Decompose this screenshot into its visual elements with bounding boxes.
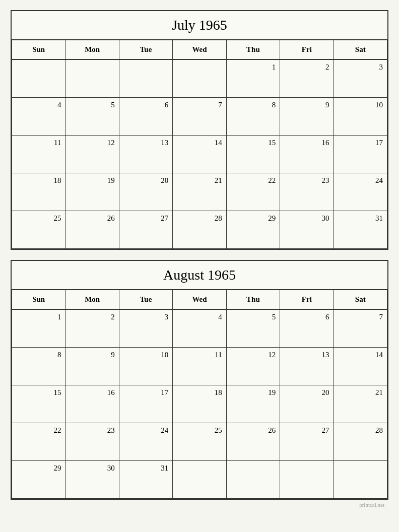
day-cell: 23 (280, 173, 334, 211)
day-cell (119, 60, 173, 98)
day-header-mon: Mon (65, 290, 119, 310)
calendar-august-1965: August 1965SunMonTueWedThuFriSat12345678… (11, 260, 388, 500)
day-cell: 1 (227, 60, 280, 98)
day-header-fri: Fri (280, 40, 334, 60)
day-cell: 4 (12, 98, 65, 136)
day-cell: 3 (334, 60, 387, 98)
day-cell: 14 (334, 348, 387, 385)
day-cell: 25 (173, 423, 226, 461)
day-cell: 1 (12, 310, 65, 348)
day-header-thu: Thu (227, 290, 280, 310)
day-cell: 19 (227, 385, 280, 423)
day-cell: 29 (227, 211, 280, 249)
day-cell: 25 (12, 211, 65, 249)
day-header-wed: Wed (173, 40, 226, 60)
day-header-thu: Thu (227, 40, 280, 60)
day-header-fri: Fri (280, 290, 334, 310)
day-cell: 26 (227, 423, 280, 461)
day-cell: 8 (12, 348, 65, 385)
calendar-container: July 1965SunMonTueWedThuFriSat1234567891… (11, 10, 388, 500)
day-cell: 10 (334, 98, 387, 136)
day-cell (65, 60, 119, 98)
day-cell: 9 (65, 348, 119, 385)
day-cell: 28 (334, 423, 387, 461)
day-cell: 5 (65, 98, 119, 136)
day-cell: 4 (173, 310, 226, 348)
day-cell (12, 60, 65, 98)
day-cell: 24 (119, 423, 173, 461)
day-cell: 15 (227, 136, 280, 173)
day-header-tue: Tue (119, 40, 173, 60)
calendar-grid-august-1965: SunMonTueWedThuFriSat1234567891011121314… (12, 290, 387, 499)
day-cell: 11 (12, 136, 65, 173)
day-cell: 31 (119, 461, 173, 499)
day-cell: 26 (65, 211, 119, 249)
watermark: printcal.net (11, 500, 388, 510)
day-cell: 10 (119, 348, 173, 385)
day-cell: 6 (119, 98, 173, 136)
day-cell: 22 (12, 423, 65, 461)
day-cell: 7 (173, 98, 226, 136)
day-cell: 20 (119, 173, 173, 211)
day-cell: 2 (280, 60, 334, 98)
day-cell: 17 (119, 385, 173, 423)
day-header-sat: Sat (334, 290, 387, 310)
day-cell: 3 (119, 310, 173, 348)
day-cell: 27 (280, 423, 334, 461)
day-cell: 12 (227, 348, 280, 385)
day-cell: 29 (12, 461, 65, 499)
day-cell (173, 461, 226, 499)
day-cell: 21 (334, 385, 387, 423)
day-cell: 7 (334, 310, 387, 348)
day-header-sat: Sat (334, 40, 387, 60)
day-cell: 13 (119, 136, 173, 173)
day-header-wed: Wed (173, 290, 226, 310)
day-cell: 18 (173, 385, 226, 423)
day-header-tue: Tue (119, 290, 173, 310)
day-cell: 16 (65, 385, 119, 423)
day-cell: 14 (173, 136, 226, 173)
day-cell: 15 (12, 385, 65, 423)
day-cell: 6 (280, 310, 334, 348)
calendar-grid-july-1965: SunMonTueWedThuFriSat1234567891011121314… (12, 40, 387, 249)
day-cell: 5 (227, 310, 280, 348)
day-cell: 9 (280, 98, 334, 136)
day-cell (334, 461, 387, 499)
day-cell: 21 (173, 173, 226, 211)
calendar-july-1965: July 1965SunMonTueWedThuFriSat1234567891… (11, 10, 388, 250)
day-cell: 20 (280, 385, 334, 423)
day-cell: 30 (65, 461, 119, 499)
day-cell: 23 (65, 423, 119, 461)
day-header-sun: Sun (12, 290, 65, 310)
day-cell: 8 (227, 98, 280, 136)
day-cell: 18 (12, 173, 65, 211)
day-cell: 11 (173, 348, 226, 385)
day-cell: 16 (280, 136, 334, 173)
day-cell: 13 (280, 348, 334, 385)
day-cell: 30 (280, 211, 334, 249)
day-cell (280, 461, 334, 499)
calendar-title-august-1965: August 1965 (12, 261, 387, 290)
calendar-title-july-1965: July 1965 (12, 11, 387, 40)
day-cell: 24 (334, 173, 387, 211)
day-cell (227, 461, 280, 499)
day-cell: 28 (173, 211, 226, 249)
day-cell: 31 (334, 211, 387, 249)
day-cell: 2 (65, 310, 119, 348)
day-cell: 27 (119, 211, 173, 249)
day-cell: 17 (334, 136, 387, 173)
day-header-sun: Sun (12, 40, 65, 60)
day-header-mon: Mon (65, 40, 119, 60)
day-cell: 12 (65, 136, 119, 173)
day-cell: 19 (65, 173, 119, 211)
day-cell: 22 (227, 173, 280, 211)
day-cell (173, 60, 226, 98)
